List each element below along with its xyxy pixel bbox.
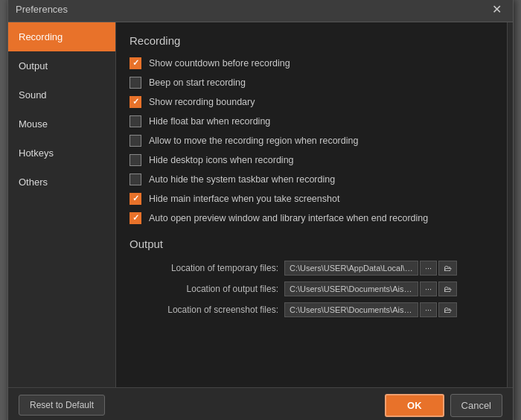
- sidebar-item-others[interactable]: Others: [8, 168, 115, 197]
- main-content: Recording Show countdown before recordin…: [116, 22, 507, 387]
- option-row-1: Show countdown before recording: [130, 57, 493, 69]
- output-files-folder-button[interactable]: 🗁: [438, 281, 457, 296]
- output-row-screenshot: Location of screenshot files: C:\Users\U…: [130, 302, 493, 317]
- option-row-4: Hide float bar when recording: [130, 115, 493, 127]
- dialog-title: Preferences: [16, 4, 68, 15]
- checkbox-beep[interactable]: [130, 77, 141, 89]
- output-section-title: Output: [130, 238, 493, 250]
- temp-files-path[interactable]: C:\Users\USER\AppData\Local\Ten: [284, 261, 418, 276]
- option-row-6: Hide desktop icons when recording: [130, 154, 493, 166]
- option-label-8: Hide main interface when you take screen…: [149, 194, 339, 204]
- output-files-path[interactable]: C:\Users\USER\Documents\Aisees: [284, 281, 418, 296]
- temp-files-label: Location of temporary files:: [130, 263, 278, 273]
- checkbox-auto-open-preview[interactable]: [130, 212, 141, 224]
- close-button[interactable]: ✕: [488, 2, 505, 17]
- temp-files-folder-button[interactable]: 🗁: [438, 261, 457, 276]
- output-files-dots-button[interactable]: ···: [420, 281, 437, 296]
- screenshot-files-label: Location of screenshot files:: [130, 305, 278, 315]
- option-row-3: Show recording boundary: [130, 96, 493, 108]
- checkbox-show-boundary[interactable]: [130, 96, 141, 108]
- sidebar-item-sound[interactable]: Sound: [8, 80, 115, 109]
- dialog-footer: Reset to Default OK Cancel: [8, 387, 513, 421]
- output-row-temp: Location of temporary files: C:\Users\US…: [130, 261, 493, 276]
- checkbox-hide-main-interface[interactable]: [130, 193, 141, 205]
- option-row-5: Allow to move the recording region when …: [130, 135, 493, 147]
- sidebar: Recording Output Sound Mouse Hotkeys Oth…: [8, 22, 116, 387]
- titlebar: Preferences ✕: [8, 0, 513, 22]
- reset-to-default-button[interactable]: Reset to Default: [19, 395, 105, 416]
- screenshot-files-path[interactable]: C:\Users\USER\Documents\Aisees: [284, 302, 418, 317]
- sidebar-item-recording[interactable]: Recording: [8, 22, 115, 51]
- option-row-2: Beep on start recording: [130, 77, 493, 89]
- checkbox-show-countdown[interactable]: [130, 57, 141, 69]
- checkbox-hide-float-bar[interactable]: [130, 115, 141, 127]
- checkbox-auto-hide-taskbar[interactable]: [130, 174, 141, 185]
- screenshot-files-folder-button[interactable]: 🗁: [438, 302, 457, 317]
- option-row-8: Hide main interface when you take screen…: [130, 193, 493, 205]
- option-label-2: Beep on start recording: [149, 77, 246, 88]
- temp-files-dots-button[interactable]: ···: [420, 261, 437, 276]
- dialog-body: Recording Output Sound Mouse Hotkeys Oth…: [8, 22, 513, 387]
- option-label-7: Auto hide the system taskbar when record…: [149, 174, 335, 185]
- screenshot-files-dots-button[interactable]: ···: [420, 302, 437, 317]
- ok-button[interactable]: OK: [385, 394, 444, 417]
- option-label-1: Show countdown before recording: [149, 58, 290, 69]
- cancel-button[interactable]: Cancel: [450, 394, 502, 417]
- checkbox-hide-desktop-icons[interactable]: [130, 154, 141, 166]
- output-row-output: Location of output files: C:\Users\USER\…: [130, 281, 493, 296]
- sidebar-item-output[interactable]: Output: [8, 51, 115, 80]
- checkbox-allow-move[interactable]: [130, 135, 141, 147]
- scrollbar[interactable]: [507, 22, 513, 387]
- option-label-3: Show recording boundary: [149, 97, 255, 107]
- option-label-6: Hide desktop icons when recording: [149, 155, 294, 165]
- output-files-label: Location of output files:: [130, 284, 278, 294]
- option-label-5: Allow to move the recording region when …: [149, 136, 358, 146]
- footer-right-buttons: OK Cancel: [385, 394, 502, 417]
- option-label-4: Hide float bar when recording: [149, 116, 270, 127]
- sidebar-item-mouse[interactable]: Mouse: [8, 109, 115, 139]
- output-section: Output: [130, 238, 493, 250]
- sidebar-item-hotkeys[interactable]: Hotkeys: [8, 139, 115, 168]
- option-row-9: Auto open preview window and library int…: [130, 212, 493, 224]
- preferences-dialog: Preferences ✕ Recording Output Sound Mou…: [7, 0, 514, 420]
- option-row-7: Auto hide the system taskbar when record…: [130, 174, 493, 185]
- recording-section-title: Recording: [130, 34, 493, 47]
- option-label-9: Auto open preview window and library int…: [149, 213, 428, 223]
